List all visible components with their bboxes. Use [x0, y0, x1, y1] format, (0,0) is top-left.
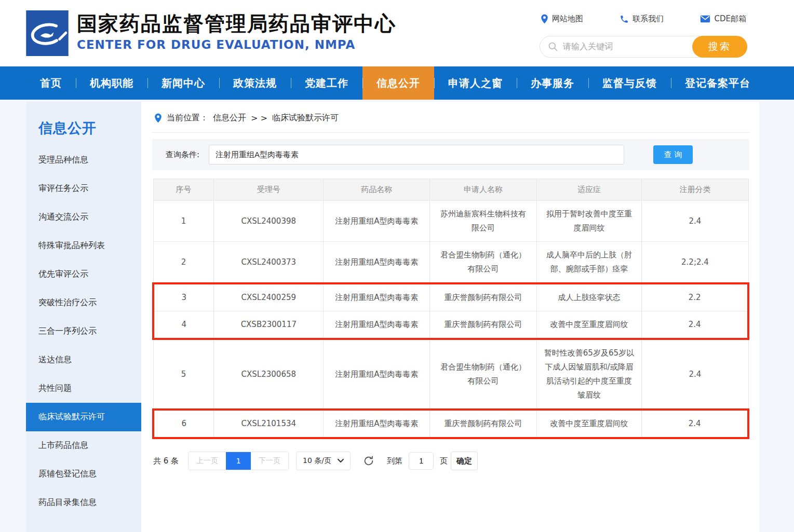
table-cell: 6 [153, 410, 214, 438]
link-cde-mail[interactable]: CDE邮箱 [700, 14, 746, 24]
main-panel: 当前位置： 信息公开 > > 临床试验默示许可 查询条件: 查 询 序号受理号药… [152, 102, 749, 470]
sidebar-title: 信息公开 [26, 102, 141, 146]
link-sitemap[interactable]: 网站地图 [541, 14, 583, 24]
sidebar-item[interactable]: 共性问题 [26, 374, 141, 403]
location-pin-icon [154, 113, 162, 123]
table-column-header: 药品名称 [324, 179, 430, 201]
link-contact[interactable]: 联系我们 [620, 14, 664, 24]
table-row: 3CXSL2400259注射用重组A型肉毒毒素重庆誉颜制药有限公司成人上肢痉挛状… [153, 283, 748, 311]
nav-item[interactable]: 信息公开 [362, 66, 434, 100]
breadcrumb-section-link[interactable]: 信息公开 [213, 113, 246, 124]
breadcrumb: 当前位置： 信息公开 > > 临床试验默示许可 [152, 102, 749, 133]
table-cell: 苏州迪新宸科生物科技有限公司 [430, 201, 536, 242]
nav-item[interactable]: 新闻中心 [147, 66, 219, 100]
table-row: 6CXSL2101534注射用重组A型肉毒毒素重庆誉颜制药有限公司改善中度至重度… [153, 410, 748, 438]
table-row: 4CXSB2300117注射用重组A型肉毒毒素重庆誉颜制药有限公司改善中度至重度… [153, 311, 748, 339]
cde-logo-icon [26, 10, 69, 56]
table-cell: 注射用重组A型肉毒毒素 [324, 242, 430, 284]
table-cell: 改善中度至重度眉间纹 [536, 311, 642, 339]
site-title-en: CENTER FOR DRUG EVALUATION, NMPA [77, 38, 396, 51]
table-cell: CXSL2300658 [214, 339, 324, 410]
header-search: 搜索 [540, 36, 747, 58]
page-size-select[interactable]: 10 条/页 [296, 452, 351, 470]
total-count: 共 6 条 [153, 456, 179, 466]
table-column-header: 适应症 [536, 179, 642, 201]
table-cell: 改善中度至重度眉间纹 [536, 410, 642, 438]
table-cell: 注射用重组A型肉毒毒素 [324, 311, 430, 339]
table-column-header: 序号 [153, 179, 214, 201]
quick-link-label: CDE邮箱 [714, 14, 746, 24]
pagination: 共 6 条 上一页 1 下一页 10 条/页 到第 页 确定 [152, 452, 749, 470]
query-input[interactable] [209, 145, 624, 165]
location-pin-icon [541, 14, 548, 24]
nav-item[interactable]: 机构职能 [76, 66, 147, 100]
quick-link-label: 联系我们 [632, 14, 664, 24]
nav-item[interactable]: 申请人之窗 [434, 66, 517, 100]
header-search-button[interactable]: 搜索 [692, 36, 747, 58]
table-cell: 2.4 [642, 410, 748, 438]
breadcrumb-separator: > > [251, 113, 267, 123]
table-cell: 拟用于暂时改善中度至重度眉间纹 [536, 201, 642, 242]
nav-item[interactable]: 首页 [26, 66, 76, 100]
table-column-header: 申请人名称 [430, 179, 536, 201]
table-cell: CXSL2400398 [214, 201, 324, 242]
table-cell: 2.4 [642, 201, 748, 242]
query-button[interactable]: 查 询 [653, 145, 693, 164]
sidebar-item[interactable]: 临床试验默示许可 [26, 403, 141, 431]
chevron-down-icon [338, 459, 344, 463]
table-cell: 2 [153, 242, 214, 284]
table-cell: 4 [153, 311, 214, 339]
table-cell: CXSL2101534 [214, 410, 324, 438]
table-cell: 2.2 [642, 283, 748, 311]
cde-logo [26, 10, 69, 56]
sidebar-item[interactable]: 三合一序列公示 [26, 317, 141, 346]
table-cell: 君合盟生物制药（通化）有限公司 [430, 339, 536, 410]
sidebar-item[interactable]: 沟通交流公示 [26, 203, 141, 231]
brand-block: 国家药品监督管理局药品审评中心 CENTER FOR DRUG EVALUATI… [26, 0, 396, 66]
sidebar-item[interactable]: 突破性治疗公示 [26, 289, 141, 317]
phone-icon [620, 15, 629, 24]
search-icon [548, 42, 558, 52]
nav-item[interactable]: 党建工作 [291, 66, 362, 100]
table-cell: 重庆誉颜制药有限公司 [430, 283, 536, 311]
goto-page-input[interactable] [409, 452, 434, 470]
sidebar-item[interactable]: 优先审评公示 [26, 260, 141, 289]
table-cell: 2.2;2.4 [642, 242, 748, 284]
prev-page-button[interactable]: 上一页 [189, 452, 226, 470]
nav-item[interactable]: 监督与反馈 [588, 66, 671, 100]
sidebar-item[interactable]: 审评任务公示 [26, 174, 141, 203]
nav-item[interactable]: 政策法规 [219, 66, 291, 100]
table-cell: 注射用重组A型肉毒毒素 [324, 339, 430, 410]
refresh-icon[interactable] [363, 455, 374, 467]
table-cell: 注射用重组A型肉毒毒素 [324, 201, 430, 242]
sidebar-item[interactable]: 送达信息 [26, 346, 141, 374]
nav-item[interactable]: 登记备案平台 [671, 66, 764, 100]
next-page-button[interactable]: 下一页 [251, 452, 288, 470]
table-cell: 2.4 [642, 339, 748, 410]
quick-link-label: 网站地图 [552, 14, 583, 24]
sidebar-item[interactable]: 原辅包登记信息 [26, 460, 141, 488]
sidebar-item[interactable]: 药品目录集信息 [26, 488, 141, 517]
current-page[interactable]: 1 [226, 452, 251, 470]
sidebar-item[interactable]: 特殊审批品种列表 [26, 231, 141, 260]
nav-item[interactable]: 办事服务 [517, 66, 588, 100]
quick-links: 网站地图联系我们CDE邮箱 [540, 14, 747, 24]
table-cell: 3 [153, 283, 214, 311]
main-nav: 首页机构职能新闻中心政策法规党建工作信息公开申请人之窗办事服务监督与反馈登记备案… [0, 66, 794, 100]
confirm-button[interactable]: 确定 [451, 452, 478, 470]
sidebar-item[interactable]: 受理品种信息 [26, 146, 141, 174]
table-cell: 2.4 [642, 311, 748, 339]
table-cell: CXSB2300117 [214, 311, 324, 339]
table-cell: 5 [153, 339, 214, 410]
sidebar-item[interactable]: 上市药品信息 [26, 431, 141, 460]
table-cell: 暂时性改善65岁及65岁以下成人因皱眉肌和/或降眉肌活动引起的中度至重度皱眉纹 [536, 339, 642, 410]
envelope-icon [700, 15, 710, 23]
content-area: 信息公开 受理品种信息审评任务公示沟通交流公示特殊审批品种列表优先审评公示突破性… [26, 102, 759, 532]
header-right: 网站地图联系我们CDE邮箱 搜索 [540, 0, 747, 66]
table-column-header: 注册分类 [642, 179, 748, 201]
table-cell: 1 [153, 201, 214, 242]
site-title-cn: 国家药品监督管理局药品审评中心 [77, 12, 396, 36]
table-row: 2CXSL2400373注射用重组A型肉毒毒素君合盟生物制药（通化）有限公司成人… [153, 242, 748, 284]
breadcrumb-label: 当前位置： [167, 113, 208, 124]
results-table: 序号受理号药品名称申请人名称适应症注册分类 1CXSL2400398注射用重组A… [152, 179, 749, 439]
